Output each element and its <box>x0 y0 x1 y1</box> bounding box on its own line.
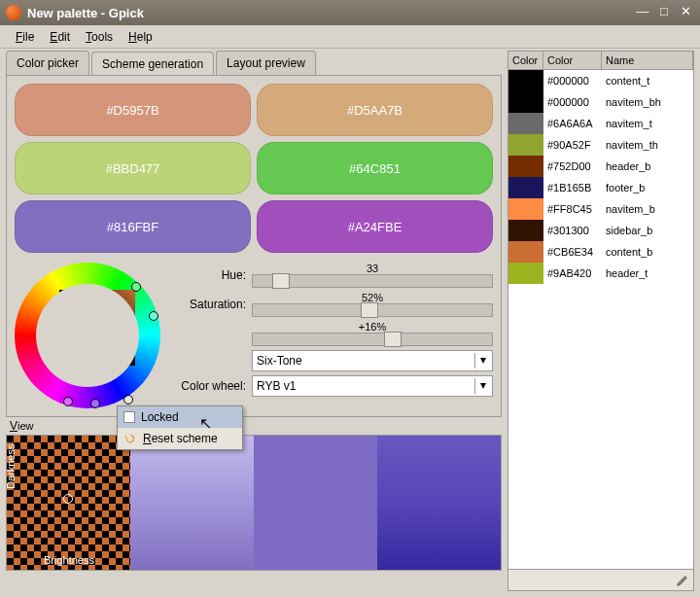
chevron-down-icon: ▾ <box>474 353 490 369</box>
palette-row[interactable]: #000000navitem_bh <box>508 91 693 113</box>
palette-hex: #000000 <box>543 75 602 87</box>
palette-header: Color Color Name <box>508 52 693 70</box>
palette-name: footer_b <box>602 182 693 193</box>
palette-swatch <box>508 263 543 284</box>
scheme-swatch-1[interactable]: #D5AA7B <box>257 84 493 136</box>
color-wheel[interactable] <box>15 263 160 408</box>
palette-name: header_t <box>602 267 693 279</box>
scheme-type-value: Six-Tone <box>257 354 302 368</box>
close-button[interactable]: ✕ <box>677 6 694 19</box>
palette-row[interactable]: #752D00header_b <box>508 156 693 177</box>
scheme-panel: #D5957B#D5AA7B#BBD477#64C851#816FBF#A24F… <box>6 75 502 417</box>
tab-color-picker[interactable]: Color picker <box>6 51 89 75</box>
palette-hex: #000000 <box>543 96 602 108</box>
tab-scheme-generation[interactable]: Scheme generation <box>91 52 214 76</box>
palette-row[interactable]: #90A52Fnavitem_th <box>508 134 693 156</box>
palette-row[interactable]: #301300sidebar_b <box>508 220 693 241</box>
palette-swatch <box>508 220 543 241</box>
app-icon <box>6 5 21 20</box>
minimize-button[interactable]: — <box>634 6 651 19</box>
sv-square[interactable] <box>59 290 135 366</box>
color-wheel-value: RYB v1 <box>257 379 296 393</box>
undo-icon <box>123 432 137 445</box>
palette-swatch <box>508 156 543 177</box>
palette-row[interactable]: #6A6A6Anavitem_t <box>508 113 693 134</box>
palette-hex: #90A52F <box>543 139 602 151</box>
palette-swatch <box>508 134 543 156</box>
palette-swatch <box>508 241 543 263</box>
scheme-swatch-0[interactable]: #D5957B <box>15 84 251 136</box>
hue-value: 33 <box>367 263 378 274</box>
palette-footer <box>508 569 693 590</box>
palette-hex: #9AB420 <box>543 267 602 279</box>
palette-name: navitem_bh <box>602 96 693 108</box>
palette-row[interactable]: #1B165Bfooter_b <box>508 177 693 198</box>
palette-hex: #1B165B <box>543 182 602 193</box>
palette-name: navitem_t <box>602 118 693 129</box>
scheme-type-combo[interactable]: Six-Tone ▾ <box>252 350 493 371</box>
view-handle[interactable] <box>63 494 73 504</box>
color-wheel-label: Color wheel: <box>178 379 246 393</box>
palette-swatch <box>508 198 543 220</box>
saturation-slider[interactable] <box>252 303 493 317</box>
sv-handle[interactable] <box>88 360 98 369</box>
menu-edit[interactable]: Edit <box>42 28 78 46</box>
col-name[interactable]: Name <box>602 52 693 69</box>
context-menu: Locked Reset scheme <box>117 405 243 450</box>
view-col-2[interactable] <box>130 436 254 570</box>
wheel-handle[interactable] <box>149 311 158 321</box>
checkbox-icon <box>123 411 135 423</box>
color-wheel-combo[interactable]: RYB v1 ▾ <box>252 375 493 397</box>
palette-swatch <box>508 177 543 198</box>
palette-swatch <box>508 113 543 134</box>
titlebar: New palette - Gpick — □ ✕ <box>0 0 700 25</box>
palette-panel: Color Color Name #000000content_t#000000… <box>508 51 694 591</box>
wheel-handle[interactable] <box>123 395 133 404</box>
view-col-4[interactable] <box>377 436 501 570</box>
ctx-locked[interactable]: Locked <box>118 406 242 428</box>
menu-tools[interactable]: Tools <box>78 28 121 46</box>
palette-name: navitem_b <box>602 203 693 215</box>
palette-swatch <box>508 91 543 113</box>
wheel-handle[interactable] <box>90 399 100 408</box>
scheme-swatch-5[interactable]: #A24FBE <box>257 200 493 253</box>
tab-layout-preview[interactable]: Layout preview <box>216 51 316 75</box>
palette-row[interactable]: #FF8C45navitem_b <box>508 198 693 220</box>
palette-hex: #301300 <box>543 225 602 236</box>
palette-name: content_b <box>602 246 693 258</box>
palette-name: sidebar_b <box>602 225 693 236</box>
hue-slider[interactable] <box>252 274 493 288</box>
palette-hex: #6A6A6A <box>543 118 602 129</box>
palette-row[interactable]: #9AB420header_t <box>508 263 693 284</box>
hue-label: Hue: <box>178 268 246 282</box>
lightness-slider[interactable] <box>252 333 493 346</box>
view-panel[interactable]: Darkness Brightness <box>6 435 502 571</box>
palette-swatch <box>508 70 543 91</box>
col-hex[interactable]: Color <box>543 52 602 69</box>
palette-name: header_b <box>602 160 693 172</box>
brightness-label: Brightness <box>44 554 94 566</box>
wheel-handle[interactable] <box>131 282 141 292</box>
scheme-swatch-4[interactable]: #816FBF <box>15 200 251 253</box>
scheme-swatch-2[interactable]: #BBD477 <box>15 142 251 194</box>
palette-hex: #752D00 <box>543 160 602 172</box>
view-col-3[interactable] <box>254 436 377 570</box>
palette-row[interactable]: #000000content_t <box>508 70 693 91</box>
edit-icon[interactable] <box>676 574 689 587</box>
menu-file[interactable]: File <box>8 28 42 46</box>
ctx-reset-scheme[interactable]: Reset scheme <box>118 428 242 449</box>
lightness-value: +16% <box>359 321 386 333</box>
maximize-button[interactable]: □ <box>655 6 673 19</box>
view-label: View <box>6 417 502 435</box>
saturation-label: Saturation: <box>178 298 246 311</box>
menubar: File Edit Tools Help <box>0 25 700 49</box>
tabs: Color picker Scheme generation Layout pr… <box>6 51 502 75</box>
palette-name: navitem_th <box>602 139 693 151</box>
menu-help[interactable]: Help <box>121 28 160 46</box>
palette-hex: #FF8C45 <box>543 203 602 215</box>
scheme-swatch-3[interactable]: #64C851 <box>257 142 493 194</box>
wheel-handle[interactable] <box>63 397 73 406</box>
view-col-1[interactable] <box>7 436 130 570</box>
col-color[interactable]: Color <box>508 52 543 69</box>
palette-row[interactable]: #CB6E34content_b <box>508 241 693 263</box>
